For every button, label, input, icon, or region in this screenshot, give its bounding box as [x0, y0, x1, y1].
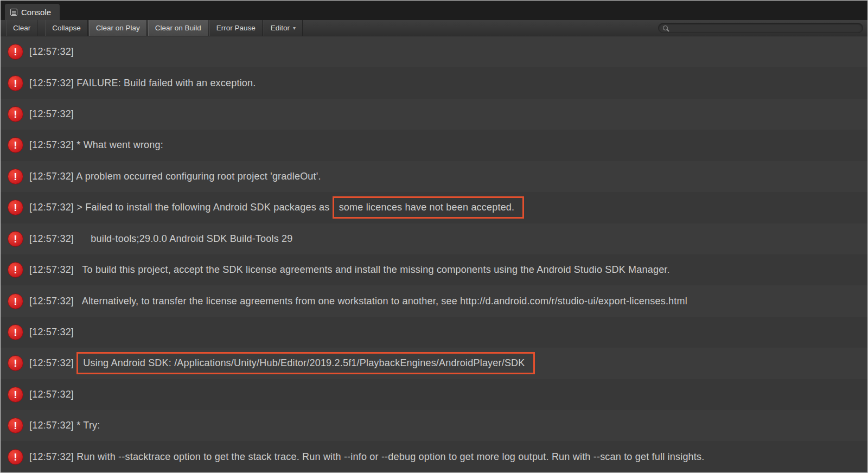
console-entry[interactable]: ![12:57:32] A problem occurred configuri…	[1, 161, 867, 192]
log-timestamp: [12:57:32]	[29, 264, 74, 276]
console-entry[interactable]: ![12:57:32] > Failed to install the foll…	[1, 192, 867, 223]
log-message: [12:57:32] * What went wrong:	[29, 139, 163, 151]
error-icon: !	[8, 387, 23, 402]
console-icon	[10, 9, 17, 16]
log-message: [12:57:32] build-tools;29.0.0 Android SD…	[29, 233, 293, 245]
console-entry[interactable]: ![12:57:32] Using Android SDK: /Applicat…	[1, 348, 867, 379]
log-timestamp: [12:57:32]	[29, 202, 74, 213]
highlight-box: Using Android SDK: /Applications/Unity/H…	[76, 352, 534, 374]
log-timestamp: [12:57:32]	[29, 171, 74, 182]
log-timestamp: [12:57:32]	[29, 139, 74, 151]
console-entry[interactable]: ![12:57:32]	[1, 99, 867, 130]
error-icon: !	[8, 106, 23, 122]
log-timestamp: [12:57:32]	[29, 233, 74, 245]
log-timestamp: [12:57:32]	[29, 389, 74, 400]
error-pause-button[interactable]: Error Pause	[209, 20, 263, 36]
console-entry[interactable]: ![12:57:32] * What went wrong:	[1, 130, 867, 161]
error-icon: !	[8, 75, 23, 91]
error-icon: !	[8, 44, 23, 60]
log-timestamp: [12:57:32]	[29, 357, 74, 369]
console-toolbar: ClearCollapseClear on PlayClear on Build…	[1, 20, 867, 36]
tab-label: Console	[21, 8, 51, 17]
console-entry[interactable]: ![12:57:32] build-tools;29.0.0 Android S…	[1, 223, 867, 254]
log-message: [12:57:32]	[29, 108, 74, 120]
log-text: FAILURE: Build failed with an exception.	[74, 78, 256, 89]
log-timestamp: [12:57:32]	[29, 78, 74, 89]
log-text: To build this project, accept the SDK li…	[74, 264, 670, 276]
console-entry[interactable]: ![12:57:32]	[1, 317, 867, 348]
log-message: [12:57:32] Alternatively, to transfer th…	[29, 296, 687, 307]
log-timestamp: [12:57:32]	[29, 46, 74, 57]
toolbar-button-label: Clear on Play	[96, 24, 140, 32]
log-message: [12:57:32] Run with --stacktrace option …	[29, 451, 704, 463]
clear-on-play-button[interactable]: Clear on Play	[89, 20, 147, 36]
log-message: [12:57:32] To build this project, accept…	[29, 264, 670, 276]
unity-console-window: Console ClearCollapseClear on PlayClear …	[0, 0, 868, 473]
console-entry[interactable]: ![12:57:32]	[1, 379, 867, 410]
log-message: [12:57:32]	[29, 389, 74, 400]
log-text: Run with --stacktrace option to get the …	[74, 451, 704, 463]
log-message: [12:57:32] > Failed to install the follo…	[29, 196, 524, 219]
highlight-box: some licences have not been accepted.	[333, 196, 525, 219]
log-timestamp: [12:57:32]	[29, 108, 74, 120]
log-message: [12:57:32] * Try:	[29, 420, 100, 431]
error-icon: !	[8, 137, 23, 153]
search-field[interactable]	[658, 23, 863, 33]
search-input[interactable]	[672, 24, 863, 32]
log-text: build-tools;29.0.0 Android SDK Build-Too…	[74, 233, 292, 245]
log-timestamp: [12:57:32]	[29, 451, 74, 463]
error-icon: !	[8, 231, 23, 247]
error-icon: !	[8, 449, 23, 465]
clear-on-build-button[interactable]: Clear on Build	[148, 20, 208, 36]
error-icon: !	[8, 200, 23, 215]
error-icon: !	[8, 355, 23, 371]
log-message: [12:57:32]	[29, 46, 74, 57]
dropdown-arrow-icon: ▾	[293, 25, 296, 31]
toolbar-button-label: Editor	[271, 24, 290, 32]
console-entry[interactable]: ![12:57:32] FAILURE: Build failed with a…	[1, 67, 867, 98]
log-timestamp: [12:57:32]	[29, 327, 74, 338]
console-entry[interactable]: ![12:57:32] Run with --stacktrace option…	[1, 441, 867, 472]
log-message: [12:57:32] Using Android SDK: /Applicati…	[29, 352, 535, 374]
console-log-list: ![12:57:32]![12:57:32] FAILURE: Build fa…	[1, 36, 867, 472]
tab-bar: Console	[1, 1, 867, 20]
console-entry[interactable]: ![12:57:32]	[1, 36, 867, 67]
clear-button[interactable]: Clear	[6, 20, 37, 36]
log-message: [12:57:32] A problem occurred configurin…	[29, 171, 321, 182]
log-message: [12:57:32]	[29, 327, 74, 338]
error-icon: !	[8, 324, 23, 340]
log-message: [12:57:32] FAILURE: Build failed with an…	[29, 78, 256, 89]
console-entry[interactable]: ![12:57:32] * Try:	[1, 410, 867, 441]
collapse-button[interactable]: Collapse	[45, 20, 88, 36]
search-icon	[663, 25, 669, 31]
tab-console[interactable]: Console	[5, 4, 60, 20]
toolbar-button-label: Error Pause	[216, 24, 256, 32]
log-text: A problem occurred configuring root proj…	[74, 171, 321, 182]
error-icon: !	[8, 418, 23, 433]
log-text: * Try:	[74, 420, 100, 431]
console-entry[interactable]: ![12:57:32] Alternatively, to transfer t…	[1, 285, 867, 316]
log-timestamp: [12:57:32]	[29, 296, 74, 307]
error-icon: !	[8, 262, 23, 278]
error-icon: !	[8, 169, 23, 184]
toolbar-button-label: Clear on Build	[155, 24, 201, 32]
toolbar-button-label: Collapse	[52, 24, 81, 32]
log-text: > Failed to install the following Androi…	[74, 202, 333, 213]
log-text: * What went wrong:	[74, 139, 163, 151]
console-entry[interactable]: ![12:57:32] To build this project, accep…	[1, 254, 867, 285]
log-timestamp: [12:57:32]	[29, 420, 74, 431]
toolbar-button-label: Clear	[13, 24, 30, 32]
error-icon: !	[8, 293, 23, 309]
editor-dropdown[interactable]: Editor▾	[264, 20, 303, 36]
log-text: Alternatively, to transfer the license a…	[74, 296, 687, 307]
